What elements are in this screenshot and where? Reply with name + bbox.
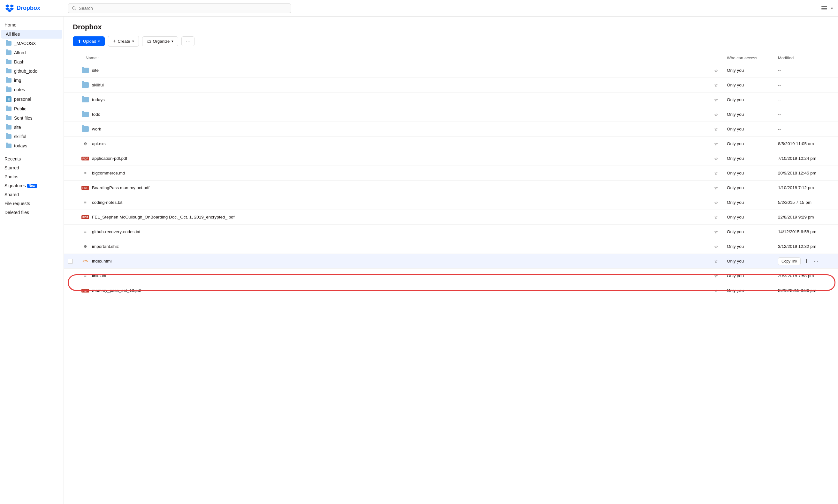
sidebar-folder-name: notes — [14, 87, 25, 92]
sidebar-folder-alfred[interactable]: Alfred — [1, 48, 62, 57]
main-header: Dropbox ⬆ Upload ▾ + Create ▾ 🗂 Organize… — [64, 17, 838, 53]
signatures-new-badge: New — [27, 184, 37, 188]
star-cell[interactable]: ☆ — [710, 269, 723, 283]
folder-icon — [6, 125, 12, 129]
row-name-cell: PDF FEL_Stephen McCullough_OnBoarding Do… — [76, 210, 710, 224]
create-button[interactable]: + Create ▾ — [108, 36, 139, 47]
star-cell[interactable]: ☆ — [710, 92, 723, 107]
row-checkbox-cell — [64, 137, 76, 151]
sidebar-item-shared[interactable]: Shared — [0, 190, 64, 199]
file-name[interactable]: api.exs — [92, 141, 106, 146]
row-checkbox[interactable] — [68, 259, 73, 264]
sidebar-item-signatures[interactable]: Signatures New — [0, 181, 64, 190]
file-name[interactable]: BoardingPass mummy oct.pdf — [92, 185, 150, 190]
sidebar-folder-skillful[interactable]: skillful — [1, 132, 62, 141]
star-cell[interactable]: ☆ — [710, 166, 723, 181]
upload-button[interactable]: ⬆ Upload ▾ — [73, 36, 105, 46]
file-name[interactable]: bigcommerce.md — [92, 170, 125, 176]
file-name[interactable]: github-recovery-codes.txt — [92, 229, 140, 234]
modified-cell: -- — [774, 92, 838, 107]
modified-cell: Copy link ⬆ ··· — [774, 254, 838, 269]
file-name[interactable]: FEL_Stephen McCullough_OnBoarding Doc._O… — [92, 215, 235, 219]
row-name-cell: ≡ bigcommerce.md — [76, 166, 710, 181]
star-cell[interactable]: ☆ — [710, 283, 723, 298]
folder-icon — [82, 82, 89, 88]
access-cell: Only you — [723, 92, 774, 107]
file-name-container: </> index.html — [82, 258, 706, 265]
row-checkbox-cell — [64, 195, 76, 210]
sidebar-item-starred[interactable]: Starred — [0, 163, 64, 172]
row-name-cell: PDF application-pdf.pdf — [76, 151, 710, 166]
star-cell[interactable]: ☆ — [710, 122, 723, 137]
star-cell[interactable]: ☆ — [710, 210, 723, 224]
row-checkbox-cell — [64, 239, 76, 254]
star-cell[interactable]: ☆ — [710, 224, 723, 239]
access-cell: Only you — [723, 283, 774, 298]
file-name[interactable]: todays — [92, 97, 105, 102]
sidebar-folder-personal[interactable]: ⊞ personal — [1, 94, 62, 104]
star-cell[interactable]: ☆ — [710, 137, 723, 151]
modified-cell: -- — [774, 107, 838, 122]
sidebar-item-photos[interactable]: Photos — [0, 172, 64, 181]
sidebar-folder-sent-files[interactable]: Sent files — [1, 113, 62, 123]
file-name-container: PDF FEL_Stephen McCullough_OnBoarding Do… — [82, 214, 706, 221]
star-cell[interactable]: ☆ — [710, 239, 723, 254]
row-checkbox-cell — [64, 78, 76, 92]
file-type-icon — [82, 67, 89, 74]
sidebar-folder-img[interactable]: img — [1, 76, 62, 85]
file-name[interactable]: mammy_pass_oct_19.pdf — [92, 288, 141, 293]
th-name[interactable]: Name ↑ — [76, 53, 710, 63]
th-modified: Modified — [774, 53, 838, 63]
chevron-down-icon[interactable]: ▾ — [831, 6, 833, 11]
file-table: Name ↑ Who can access Modified site ☆Onl… — [64, 53, 838, 298]
folder-icon — [6, 69, 12, 73]
row-name-cell: ⚙ important.shiz — [76, 239, 710, 254]
copy-link-button[interactable]: Copy link — [778, 257, 801, 265]
access-cell: Only you — [723, 239, 774, 254]
sidebar-folder-todays[interactable]: todays — [1, 141, 62, 150]
sidebar-folder-site[interactable]: site — [1, 123, 62, 132]
menu-icon[interactable] — [820, 5, 828, 12]
sidebar-folder-notes[interactable]: notes — [1, 85, 62, 94]
share-icon[interactable]: ⬆ — [803, 257, 810, 265]
search-bar[interactable] — [68, 3, 291, 13]
file-name-container: site — [82, 67, 706, 74]
file-name[interactable]: important.shiz — [92, 244, 119, 249]
sidebar-item-deleted-files[interactable]: Deleted files — [0, 208, 64, 217]
sidebar-folder-dash[interactable]: Dash — [1, 57, 62, 66]
main-content: Dropbox ⬆ Upload ▾ + Create ▾ 🗂 Organize… — [64, 17, 838, 504]
file-name[interactable]: work — [92, 127, 101, 131]
name-sort-button[interactable]: Name ↑ — [86, 55, 100, 60]
modified-cell: 20/3/2018 7:58 pm — [774, 269, 838, 283]
sidebar-folder-github-todo[interactable]: github_todo — [1, 67, 62, 76]
star-cell[interactable]: ☆ — [710, 63, 723, 78]
star-cell[interactable]: ☆ — [710, 195, 723, 210]
file-name[interactable]: links.txt — [92, 273, 106, 278]
star-cell[interactable]: ☆ — [710, 151, 723, 166]
sidebar-item-home[interactable]: Home — [0, 20, 64, 29]
modified-cell: -- — [774, 78, 838, 92]
search-input[interactable] — [79, 6, 287, 11]
file-name[interactable]: application-pdf.pdf — [92, 156, 127, 161]
star-cell[interactable]: ☆ — [710, 107, 723, 122]
file-name[interactable]: todo — [92, 112, 100, 117]
sidebar-folder-macosx[interactable]: _MACOSX — [1, 39, 62, 48]
organize-button[interactable]: 🗂 Organize ▾ — [142, 36, 178, 46]
more-button[interactable]: ··· — [182, 36, 194, 46]
sidebar-item-recents[interactable]: Recents — [0, 155, 64, 163]
file-name[interactable]: coding-notes.txt — [92, 200, 122, 205]
star-cell[interactable]: ☆ — [710, 78, 723, 92]
star-cell[interactable]: ☆ — [710, 254, 723, 269]
file-name[interactable]: site — [92, 68, 99, 73]
sidebar-folder-name: _MACOSX — [14, 41, 36, 46]
more-options-icon[interactable]: ··· — [813, 258, 819, 265]
file-name-container: todo — [82, 111, 706, 118]
file-name[interactable]: index.html — [92, 259, 112, 264]
star-cell[interactable]: ☆ — [710, 181, 723, 195]
sidebar-item-all-files[interactable]: All files — [1, 30, 62, 39]
sidebar-folder-name: skillful — [14, 134, 26, 139]
sidebar-folder-public[interactable]: Public — [1, 104, 62, 113]
plus-icon: + — [113, 38, 116, 44]
file-name[interactable]: skillful — [92, 83, 104, 87]
sidebar-item-file-requests[interactable]: File requests — [0, 199, 64, 208]
